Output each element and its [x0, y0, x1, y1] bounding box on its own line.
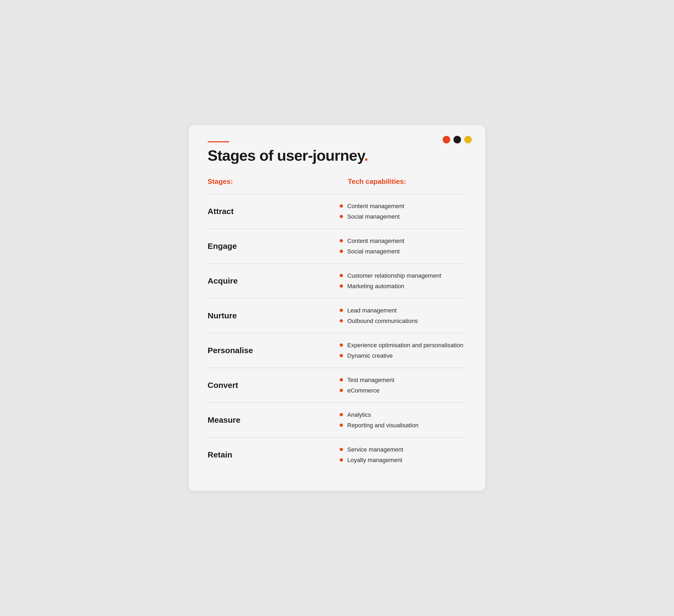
page-title: Stages of user-journey. — [208, 147, 466, 164]
capability-text: Analytics — [347, 410, 371, 419]
capability-text: eCommerce — [347, 386, 379, 395]
bullet-icon — [340, 354, 343, 357]
stage-convert: Convert — [208, 381, 337, 390]
title-section: Stages of user-journey. — [208, 141, 466, 164]
table-row: ConvertTest managementeCommerce — [208, 368, 466, 402]
table-row: NurtureLead managementOutbound communica… — [208, 298, 466, 333]
capability-text: Loyalty management — [347, 456, 402, 465]
capabilities-measure: AnalyticsReporting and visualisation — [337, 410, 466, 430]
window-dots — [443, 136, 472, 143]
stages-column-header: Stages: — [208, 177, 337, 186]
bullet-icon — [340, 215, 343, 218]
table-row: PersonaliseExperience optimisation and p… — [208, 333, 466, 368]
capabilities-engage: Content managementSocial management — [337, 236, 466, 256]
capability-text: Customer relationship management — [347, 271, 441, 280]
capability-item: Content management — [340, 236, 466, 245]
bullet-icon — [340, 284, 343, 288]
capability-item: Content management — [340, 202, 466, 211]
capability-item: Social management — [340, 247, 466, 256]
capability-text: Experience optimisation and personalisat… — [347, 341, 463, 350]
bullet-icon — [340, 378, 343, 381]
bullet-icon — [340, 423, 343, 427]
capabilities-acquire: Customer relationship managementMarketin… — [337, 271, 466, 290]
table-rows: AttractContent managementSocial manageme… — [208, 194, 466, 472]
black-dot — [453, 136, 461, 143]
capability-item: Lead management — [340, 306, 466, 315]
stage-engage: Engage — [208, 242, 337, 251]
bullet-icon — [340, 389, 343, 392]
capability-item: Service management — [340, 445, 466, 454]
table-header: Stages: Tech capabilities: — [208, 177, 466, 191]
bullet-icon — [340, 309, 343, 312]
red-dot — [443, 136, 450, 143]
capability-text: Test management — [347, 376, 395, 384]
bullet-icon — [340, 239, 343, 242]
bullet-icon — [340, 344, 343, 347]
capability-text: Service management — [347, 445, 403, 454]
capability-text: Social management — [347, 247, 400, 256]
capabilities-retain: Service managementLoyalty management — [337, 445, 466, 465]
stage-retain: Retain — [208, 450, 337, 459]
title-period: . — [364, 147, 368, 164]
capability-item: Analytics — [340, 410, 466, 419]
capability-text: Social management — [347, 212, 400, 221]
bullet-icon — [340, 448, 343, 451]
capability-item: Marketing automation — [340, 282, 466, 290]
table-row: MeasureAnalyticsReporting and visualisat… — [208, 402, 466, 437]
capabilities-convert: Test managementeCommerce — [337, 376, 466, 395]
bullet-icon — [340, 319, 343, 323]
stage-nurture: Nurture — [208, 311, 337, 320]
bullet-icon — [340, 458, 343, 462]
yellow-dot — [464, 136, 472, 143]
stage-acquire: Acquire — [208, 276, 337, 285]
capabilities-attract: Content managementSocial management — [337, 202, 466, 221]
stage-measure: Measure — [208, 415, 337, 424]
tech-column-header: Tech capabilities: — [337, 177, 466, 186]
table-row: AcquireCustomer relationship managementM… — [208, 263, 466, 298]
capability-text: Lead management — [347, 306, 397, 315]
capabilities-personalise: Experience optimisation and personalisat… — [337, 341, 466, 360]
capability-text: Reporting and visualisation — [347, 421, 419, 430]
stage-attract: Attract — [208, 207, 337, 216]
capability-item: Experience optimisation and personalisat… — [340, 341, 466, 350]
capability-item: Social management — [340, 212, 466, 221]
bullet-icon — [340, 274, 343, 277]
table-row: RetainService managementLoyalty manageme… — [208, 437, 466, 472]
capability-text: Marketing automation — [347, 282, 405, 290]
table-container: Stages: Tech capabilities: AttractConten… — [208, 177, 466, 472]
table-row: EngageContent managementSocial managemen… — [208, 229, 466, 263]
capability-item: Dynamic creative — [340, 351, 466, 360]
main-card: Stages of user-journey. Stages: Tech cap… — [189, 125, 485, 491]
bullet-icon — [340, 413, 343, 416]
capability-text: Outbound communications — [347, 317, 418, 326]
capability-item: Test management — [340, 376, 466, 384]
capability-item: Outbound communications — [340, 317, 466, 326]
capability-item: Customer relationship management — [340, 271, 466, 280]
capability-item: eCommerce — [340, 386, 466, 395]
stage-personalise: Personalise — [208, 346, 337, 355]
table-row: AttractContent managementSocial manageme… — [208, 194, 466, 229]
capability-text: Dynamic creative — [347, 351, 393, 360]
bullet-icon — [340, 250, 343, 253]
capability-text: Content management — [347, 202, 405, 211]
bullet-icon — [340, 204, 343, 208]
title-underline — [208, 141, 229, 142]
title-text: Stages of user-journey — [208, 147, 364, 164]
capability-item: Reporting and visualisation — [340, 421, 466, 430]
capability-text: Content management — [347, 236, 405, 245]
capabilities-nurture: Lead managementOutbound communications — [337, 306, 466, 326]
capability-item: Loyalty management — [340, 456, 466, 465]
